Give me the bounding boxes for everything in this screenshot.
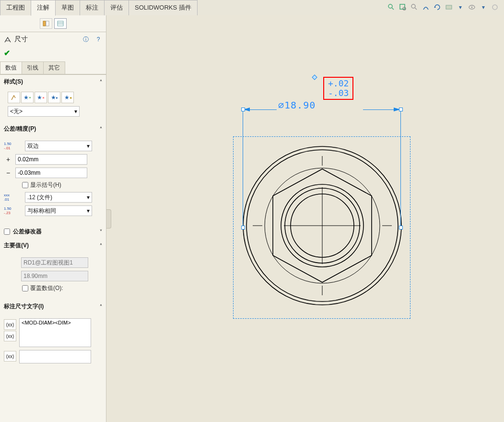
sub-tab-other[interactable]: 其它 bbox=[43, 61, 65, 74]
appearance-icon[interactable]: ▾ bbox=[456, 3, 465, 12]
svg-rect-13 bbox=[58, 21, 63, 26]
tol-type-icon: 1.50-.01 bbox=[4, 142, 18, 150]
ok-button[interactable]: ✔ bbox=[4, 49, 10, 57]
svg-point-4 bbox=[411, 4, 415, 8]
section-primary-label: 主要值(V) bbox=[4, 241, 29, 250]
dim-handle[interactable] bbox=[399, 226, 403, 229]
chevron-up-icon: ˄ bbox=[100, 79, 102, 84]
section-tol-modifier-header[interactable]: 公差修改器 ˅ bbox=[0, 224, 106, 239]
dimension-icon bbox=[4, 36, 12, 43]
sym-button-3[interactable]: (xx) bbox=[4, 351, 16, 362]
tol-prec-icon: 1.50-.23 bbox=[4, 207, 18, 215]
svg-point-0 bbox=[388, 4, 392, 8]
style-load-button[interactable]: ★◂ bbox=[61, 92, 74, 103]
chevron-down-icon: ▾ bbox=[74, 108, 77, 115]
tolerance-type-combo[interactable]: 双边▾ bbox=[25, 141, 92, 151]
section-style-header[interactable]: 样式(S) ˄ bbox=[0, 75, 106, 89]
svg-point-3 bbox=[403, 7, 406, 10]
dim-text-textarea-2[interactable] bbox=[19, 350, 91, 363]
unit-precision-combo[interactable]: .12 (文件)▾ bbox=[25, 192, 92, 203]
settings-dropdown-icon[interactable]: ▾ bbox=[479, 3, 488, 12]
svg-rect-7 bbox=[446, 5, 452, 9]
sub-tab-value[interactable]: 数值 bbox=[0, 61, 22, 74]
feature-manager-tab[interactable] bbox=[40, 18, 52, 29]
help-icon[interactable]: ? bbox=[94, 36, 102, 43]
property-manager: 尺寸 ⓘ ? ✔ 数值 引线 其它 样式(S) ˄ bbox=[0, 15, 106, 422]
tol-precision-combo[interactable]: 与标称相同▾ bbox=[25, 205, 92, 216]
section-style-label: 样式(S) bbox=[4, 78, 23, 86]
hide-show-icon[interactable] bbox=[468, 3, 476, 12]
section-tolerance-label: 公差/精度(P) bbox=[4, 125, 36, 133]
section-tolerance-header[interactable]: 公差/精度(P) ˄ bbox=[0, 122, 106, 136]
tol-minus-input[interactable] bbox=[15, 168, 87, 178]
section-view-icon[interactable] bbox=[422, 3, 430, 12]
tab-annotation[interactable]: 注解 bbox=[31, 0, 56, 16]
chevron-up-icon: ˄ bbox=[100, 304, 102, 309]
tab-sketch[interactable]: 草图 bbox=[55, 0, 80, 15]
sym-button-1[interactable]: (xx) bbox=[4, 319, 16, 330]
property-manager-tab[interactable] bbox=[54, 18, 67, 29]
chevron-down-icon: ▾ bbox=[87, 143, 90, 149]
tol-minus-text: -.03 bbox=[328, 88, 349, 98]
override-label: 覆盖数值(O): bbox=[30, 284, 63, 292]
property-scroll[interactable]: 样式(S) ˄ ★+ ★× ★▸ ★◂ <无>▾ bbox=[0, 75, 106, 422]
tab-dimension[interactable]: 标注 bbox=[80, 0, 105, 15]
tol-plus-input[interactable] bbox=[15, 154, 87, 165]
tol-modifier-checkbox[interactable] bbox=[4, 229, 10, 235]
dim-text-textarea[interactable] bbox=[19, 318, 91, 347]
show-paren-checkbox[interactable] bbox=[22, 182, 28, 188]
svg-point-10 bbox=[492, 5, 497, 10]
style-combo-value: <无> bbox=[10, 108, 23, 116]
style-add-button[interactable]: ★+ bbox=[21, 92, 34, 103]
zoom-fit-icon[interactable] bbox=[387, 3, 396, 12]
section-dim-text-label: 标注尺寸文字(I) bbox=[4, 302, 44, 311]
panel-drag-handle[interactable] bbox=[106, 209, 111, 229]
drawing-canvas[interactable]: ⌀18.90 +.02 -.03 bbox=[106, 15, 504, 422]
dim-label[interactable]: ⌀18.90 bbox=[278, 99, 316, 111]
tab-evaluate[interactable]: 评估 bbox=[104, 0, 129, 15]
section-dim-text-header[interactable]: 标注尺寸文字(I) ˄ bbox=[0, 300, 106, 313]
chevron-up-icon: ˄ bbox=[100, 126, 102, 132]
svg-rect-11 bbox=[43, 21, 46, 26]
unit-precision-value: .12 (文件) bbox=[27, 193, 52, 202]
style-save-button[interactable]: ★▸ bbox=[48, 92, 60, 103]
zoom-area-icon[interactable] bbox=[399, 3, 407, 12]
style-delete-button[interactable]: ★× bbox=[35, 92, 47, 103]
svg-marker-6 bbox=[434, 6, 436, 8]
style-combo[interactable]: <无>▾ bbox=[8, 106, 80, 117]
dim-extension-right bbox=[400, 109, 401, 229]
tol-precision-value: 与标称相同 bbox=[27, 207, 56, 215]
command-manager-tabs: 工程图 注解 草图 标注 评估 SOLIDWORKS 插件 ▾ ▾ bbox=[0, 0, 504, 15]
svg-line-5 bbox=[415, 8, 417, 10]
detail-help-icon[interactable]: ⓘ bbox=[82, 36, 90, 43]
svg-rect-2 bbox=[400, 4, 405, 9]
dim-handle[interactable] bbox=[241, 108, 245, 111]
unit-prec-icon: xxx.01 bbox=[4, 193, 18, 202]
prev-view-icon[interactable] bbox=[410, 3, 419, 12]
override-checkbox[interactable] bbox=[22, 285, 28, 291]
plus-icon: + bbox=[4, 156, 12, 163]
dim-handle[interactable] bbox=[399, 108, 403, 111]
section-tol-modifier-label: 公差修改器 bbox=[13, 228, 42, 236]
chevron-up-icon: ˄ bbox=[100, 243, 102, 248]
tab-engineering-drawing[interactable]: 工程图 bbox=[0, 0, 31, 15]
rotate-view-icon[interactable] bbox=[433, 3, 442, 12]
more-icon[interactable] bbox=[491, 3, 499, 12]
svg-line-1 bbox=[392, 8, 394, 10]
sub-tab-leaders[interactable]: 引线 bbox=[22, 61, 44, 74]
style-apply-button[interactable] bbox=[8, 92, 20, 103]
display-style-icon[interactable] bbox=[445, 3, 453, 12]
svg-rect-12 bbox=[46, 21, 49, 26]
tab-solidworks-addins[interactable]: SOLIDWORKS 插件 bbox=[129, 0, 198, 15]
dim-extension-left bbox=[243, 109, 243, 229]
section-primary-header[interactable]: 主要值(V) ˄ bbox=[0, 239, 106, 253]
heads-up-toolbar: ▾ ▾ bbox=[387, 0, 504, 12]
sym-button-2[interactable]: (xx) bbox=[4, 331, 16, 341]
primary-name-input bbox=[21, 257, 88, 268]
dim-handle-origin[interactable] bbox=[312, 74, 317, 80]
chevron-down-icon: ▾ bbox=[87, 194, 90, 201]
minus-icon: − bbox=[4, 169, 12, 177]
panel-title: 尺寸 bbox=[14, 35, 28, 44]
dim-handle[interactable] bbox=[241, 226, 245, 229]
tolerance-callout[interactable]: +.02 -.03 bbox=[323, 77, 353, 100]
